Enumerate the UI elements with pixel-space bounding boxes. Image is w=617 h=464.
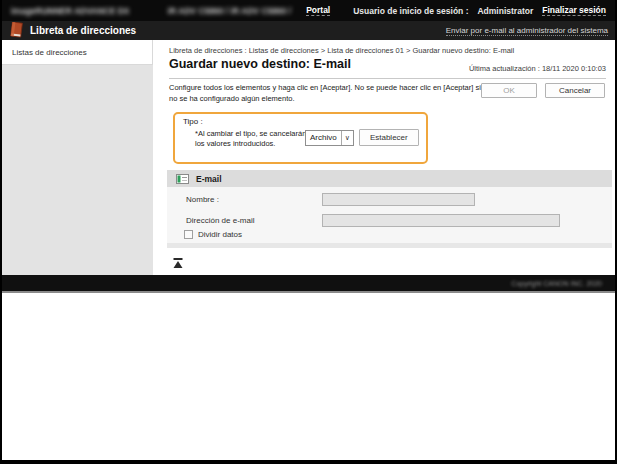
email-section: E-mail Nombre : Dirección de e-mail Divi… xyxy=(167,170,612,248)
tipo-select-value: Archivo xyxy=(306,133,341,142)
establecer-button[interactable]: Establecer xyxy=(359,129,419,146)
email-section-title: E-mail xyxy=(196,174,222,184)
page-title: Guardar nuevo destino: E-mail xyxy=(169,57,351,71)
divide-data-label: Dividir datos xyxy=(198,230,242,239)
sidebar-item-listas-de-direcciones[interactable]: Listas de direcciones xyxy=(2,40,153,65)
mail-admin-link[interactable]: Enviar por e-mail al administrador del s… xyxy=(446,26,608,36)
app-title: Libreta de direcciones xyxy=(30,25,136,36)
email-address-label: Dirección de e-mail xyxy=(186,216,254,225)
browser-page: imageRUNNER ADVANCE DX iR ADV C5860 / iR… xyxy=(2,0,615,460)
instructions-text: Configure todos los elementos y haga cli… xyxy=(169,83,487,104)
address-book-icon xyxy=(9,22,24,39)
portal-link[interactable]: Portal xyxy=(306,5,330,16)
back-to-top-icon[interactable] xyxy=(173,254,183,264)
tipo-note: *Al cambiar el tipo, se cancelarán los v… xyxy=(195,129,307,149)
name-input[interactable] xyxy=(322,193,475,206)
email-section-body: Nombre : Dirección de e-mail Dividir dat… xyxy=(167,187,612,243)
last-updated: Última actualización : 18/11 2020 0:10:0… xyxy=(469,64,606,73)
cancel-button[interactable]: Cancelar xyxy=(545,83,605,98)
sidebar-item-label: Listas de direcciones xyxy=(12,48,87,57)
email-address-input[interactable] xyxy=(322,214,560,227)
tipo-label: Tipo : xyxy=(183,117,203,126)
breadcrumb: Libreta de direcciones : Listas de direc… xyxy=(169,46,514,55)
sidebar-background xyxy=(2,65,153,275)
email-section-footer xyxy=(167,243,612,248)
screen-frame: imageRUNNER ADVANCE DX iR ADV C5860 / iR… xyxy=(0,0,617,464)
topbar-links: Portal Usuario de inicio de sesión : Adm… xyxy=(306,5,606,16)
device-identity: imageRUNNER ADVANCE DX iR ADV C5860 / iR… xyxy=(11,6,291,16)
app-header: Libreta de direcciones Enviar por e-mail… xyxy=(2,21,615,40)
logout-link[interactable]: Finalizar sesión xyxy=(542,5,606,16)
chevron-down-icon: ∨ xyxy=(341,131,353,145)
viewport-empty-area xyxy=(2,295,615,460)
name-label: Nombre : xyxy=(186,195,219,204)
copyright-text: Copyright CANON INC. 2020 xyxy=(511,280,602,287)
tipo-fieldset: Tipo : *Al cambiar el tipo, se cancelará… xyxy=(173,112,428,164)
tipo-controls: Archivo ∨ Establecer xyxy=(305,129,419,146)
tipo-select[interactable]: Archivo ∨ xyxy=(305,130,354,146)
email-section-header: E-mail xyxy=(167,170,612,187)
login-user-name: Administrator xyxy=(477,6,533,16)
ok-button[interactable]: OK xyxy=(481,83,537,98)
main-content: Libreta de direcciones : Listas de direc… xyxy=(153,40,615,275)
divide-data-checkbox[interactable] xyxy=(184,230,193,239)
device-name: imageRUNNER ADVANCE DX xyxy=(11,6,130,16)
device-topbar: imageRUNNER ADVANCE DX iR ADV C5860 / iR… xyxy=(2,0,615,21)
page-footer: Copyright CANON INC. 2020 xyxy=(2,275,615,293)
email-icon xyxy=(176,174,189,184)
action-buttons: OK Cancelar xyxy=(481,83,605,98)
login-user-label: Usuario de inicio de sesión : xyxy=(353,6,468,16)
title-divider xyxy=(169,78,606,79)
device-model: iR ADV C5860 / iR ADV C5860 / xyxy=(168,6,292,16)
